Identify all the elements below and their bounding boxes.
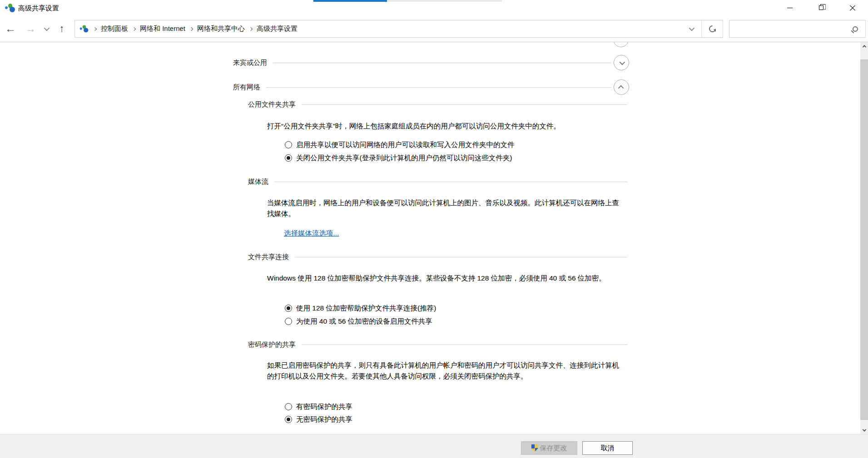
media-streaming-description: 当媒体流启用时，网络上的用户和设备便可以访问此计算机上的图片、音乐以及视频。此计… [267, 197, 625, 219]
breadcrumb-separator-icon [93, 27, 97, 30]
breadcrumb-network-internet[interactable]: 网络和 Internet [140, 25, 185, 33]
radio-button-selected[interactable] [285, 305, 292, 312]
back-arrow-icon: ← [5, 22, 16, 35]
chevron-down-icon [44, 25, 50, 31]
address-dropdown-button[interactable] [680, 20, 701, 37]
radio-option-128-bit: 使用 128 位加密帮助保护文件共享连接(推荐) [285, 304, 436, 313]
radio-button-selected[interactable] [285, 154, 292, 162]
refresh-icon [707, 24, 717, 34]
public-folder-description: 打开“公用文件夹共享”时，网络上包括家庭组成员在内的用户都可以访问公用文件夹中的… [267, 121, 625, 132]
settings-content: 来宾或公用 所有网络 公用文件夹共享 打开“公用文件夹共享”时，网络上包括家庭组… [0, 42, 860, 434]
radio-button[interactable] [285, 141, 292, 148]
footer-bar: 保存更改 取消 [0, 434, 868, 458]
choose-media-streaming-options-link[interactable]: 选择媒体流选项... [284, 229, 339, 238]
radio-option-password-off: 无密码保护的共享 [285, 415, 352, 424]
radio-button[interactable] [285, 403, 292, 410]
search-icon [853, 26, 858, 32]
navigation-bar: ← → ↑ 控制面板 网络和 Internet 网络和共享中心 高级共享设置 [0, 15, 868, 42]
radio-button[interactable] [285, 318, 292, 325]
section-guest-or-public: 来宾或公用 [233, 55, 629, 70]
subsection-divider-line [302, 345, 627, 345]
up-button[interactable]: ↑ [52, 15, 72, 42]
search-input[interactable] [729, 20, 853, 37]
chevron-up-icon [618, 85, 624, 91]
minimize-icon [787, 8, 793, 8]
breadcrumb-network-sharing-center[interactable]: 网络和共享中心 [197, 25, 245, 33]
chevron-down-icon [619, 59, 625, 65]
back-button[interactable]: ← [0, 15, 21, 42]
restore-icon [819, 5, 823, 10]
title-bar: 高级共享设置 [0, 0, 868, 15]
minimize-button[interactable] [774, 0, 805, 15]
radio-option-40-56-bit: 为使用 40 或 56 位加密的设备启用文件共享 [285, 317, 432, 326]
radio-button-selected[interactable] [285, 416, 292, 423]
file-sharing-description: Windows 使用 128 位加密帮助保护文件共享连接。某些设备不支持 128… [267, 273, 625, 284]
top-edge-gray-artifact [387, 0, 502, 1]
password-protected-description: 如果已启用密码保护的共享，则只有具备此计算机的用户帐户和密码的用户才可以访问共享… [267, 360, 625, 382]
subsection-title: 公用文件夹共享 [248, 100, 296, 109]
section-all-networks: 所有网络 [233, 79, 629, 95]
all-networks-collapse-button[interactable] [614, 79, 629, 95]
subsection-media-streaming: 媒体流 [248, 177, 627, 186]
window-title: 高级共享设置 [18, 4, 59, 13]
save-changes-label: 保存更改 [540, 444, 567, 453]
nav-history-controls: ← → ↑ [0, 15, 72, 42]
caption-buttons [774, 0, 868, 15]
breadcrumb-network-icon [80, 25, 89, 33]
subsection-divider-line [274, 182, 627, 182]
section-divider-line [273, 63, 611, 63]
breadcrumb-separator-icon [132, 27, 136, 30]
vertical-scrollbar[interactable] [860, 42, 868, 434]
recent-pages-button[interactable] [40, 15, 52, 42]
forward-button[interactable]: → [21, 15, 40, 42]
cancel-label: 取消 [601, 444, 615, 453]
subsection-title: 文件共享连接 [248, 253, 289, 261]
search-box [729, 20, 866, 38]
forward-arrow-icon: → [25, 22, 36, 35]
up-arrow-icon: ↑ [60, 23, 64, 34]
breadcrumb-separator-icon [249, 27, 253, 30]
radio-label[interactable]: 启用共享以便可以访问网络的用户可以读取和写入公用文件夹中的文件 [296, 140, 515, 150]
close-button[interactable] [837, 0, 868, 15]
radio-label[interactable]: 有密码保护的共享 [296, 402, 352, 412]
chevron-down-icon [862, 428, 866, 431]
guest-section-expand-button[interactable] [614, 55, 629, 70]
subsection-file-sharing-connections: 文件共享连接 [248, 252, 627, 261]
uac-shield-icon [531, 444, 538, 452]
section-title: 来宾或公用 [233, 59, 267, 67]
chevron-up-icon [862, 45, 866, 49]
radio-label[interactable]: 为使用 40 或 56 位加密的设备启用文件共享 [296, 317, 432, 326]
refresh-button[interactable] [702, 20, 723, 37]
scrollbar-thumb[interactable] [860, 59, 868, 420]
subsection-password-protected-sharing: 密码保护的共享 [248, 340, 627, 349]
breadcrumb-advanced-sharing[interactable]: 高级共享设置 [257, 25, 298, 33]
scroll-down-button[interactable] [860, 426, 868, 434]
radio-option-password-on: 有密码保护的共享 [285, 402, 352, 411]
radio-option-public-folder-on: 启用共享以便可以访问网络的用户可以读取和写入公用文件夹中的文件 [285, 140, 515, 149]
private-section-chevron-button[interactable] [613, 42, 629, 47]
section-title: 所有网络 [233, 83, 260, 92]
close-icon [849, 5, 855, 11]
subsection-divider-line [302, 104, 627, 105]
scroll-up-button[interactable] [860, 42, 868, 50]
address-bar[interactable]: 控制面板 网络和 Internet 网络和共享中心 高级共享设置 [74, 20, 723, 38]
save-changes-button[interactable]: 保存更改 [521, 441, 577, 455]
section-divider-line [266, 87, 611, 88]
radio-label[interactable]: 使用 128 位加密帮助保护文件共享连接(推荐) [296, 304, 436, 313]
chevron-down-icon [689, 25, 694, 31]
radio-label[interactable]: 关闭公用文件夹共享(登录到此计算机的用户仍然可以访问这些文件夹) [296, 153, 512, 163]
advanced-sharing-settings-window: 高级共享设置 ← → ↑ 控制面板 网络和 Internet 网络和共享中心 高… [0, 0, 868, 458]
subsection-divider-line [295, 257, 627, 257]
subsection-title: 媒体流 [248, 177, 268, 186]
subsection-title: 密码保护的共享 [248, 340, 296, 349]
radio-label[interactable]: 无密码保护的共享 [296, 415, 352, 424]
subsection-public-folder-sharing: 公用文件夹共享 [248, 100, 627, 109]
breadcrumb-control-panel[interactable]: 控制面板 [101, 25, 128, 33]
top-edge-blue-artifact [313, 0, 387, 2]
breadcrumb-separator-icon [189, 27, 193, 30]
restore-button[interactable] [805, 0, 837, 15]
cancel-button[interactable]: 取消 [582, 441, 633, 455]
network-sharing-icon [5, 3, 15, 13]
radio-option-public-folder-off: 关闭公用文件夹共享(登录到此计算机的用户仍然可以访问这些文件夹) [285, 153, 512, 163]
